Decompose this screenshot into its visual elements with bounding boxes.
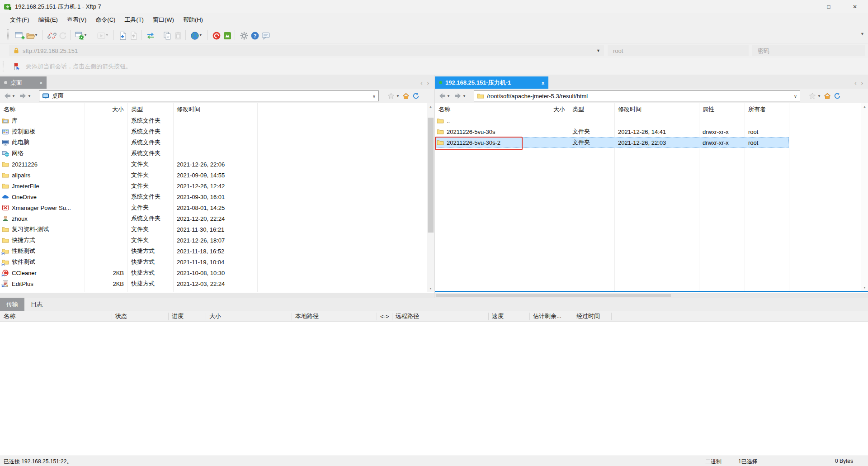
menu-item-1[interactable]: 编辑(E)	[34, 14, 62, 26]
minimize-button[interactable]: —	[789, 0, 816, 13]
transfer-tab-1[interactable]: 日志	[24, 298, 49, 311]
transfer-column-header-6[interactable]: 远程路径	[392, 311, 488, 321]
local-file-row[interactable]: 软件测试快捷方式2021-11-19, 10:04	[0, 257, 257, 267]
disconnect-button[interactable]	[46, 29, 57, 41]
remote-tab-session[interactable]: 192.168.25.151-压力机-1 x	[435, 76, 548, 89]
local-file-row[interactable]: 性能测试快捷方式2021-11-18, 16:52	[0, 246, 257, 257]
username-input[interactable]	[612, 47, 744, 55]
remote-path-caret-icon[interactable]: ∨	[794, 94, 797, 99]
local-home-button[interactable]	[402, 92, 410, 100]
remote-hscroll-thumb[interactable]	[436, 294, 671, 297]
local-path-combobox[interactable]: 桌面 ∨	[39, 90, 379, 101]
remote-favorites-button[interactable]: ▼	[809, 92, 821, 100]
remote-file-list[interactable]: ▲ ▼ 名称大小类型修改时间属性所有者..20211226-5vu-30s文件夹…	[435, 103, 868, 298]
local-file-row[interactable]: 网络系统文件夹	[0, 148, 257, 159]
transfer-column-header-2[interactable]: 进度	[168, 311, 206, 321]
local-tab-scroll-left-icon[interactable]: ‹	[418, 80, 425, 86]
close-button[interactable]: ✕	[842, 0, 868, 13]
local-refresh-button[interactable]	[412, 92, 420, 100]
local-horizontal-scrollbar[interactable]	[0, 293, 434, 298]
transfer-tab-0[interactable]: 传输	[0, 298, 24, 311]
toolbar-overflow-icon[interactable]: ▼	[860, 32, 864, 36]
host-dropdown-caret-icon[interactable]: ▼	[596, 48, 600, 53]
local-column-header-1[interactable]: 大小	[85, 105, 127, 114]
status-transfer-mode[interactable]: 二进制	[705, 458, 722, 466]
local-scroll-thumb[interactable]	[428, 118, 434, 233]
reconnect-button[interactable]	[57, 29, 67, 41]
transfer-column-header-0[interactable]: 名称	[0, 311, 112, 321]
menu-item-3[interactable]: 命令(C)	[91, 14, 120, 26]
remote-back-button[interactable]: ▼	[438, 92, 451, 100]
swap-panes-button[interactable]	[144, 29, 155, 41]
transfer-column-header-3[interactable]: 大小	[206, 311, 292, 321]
feedback-button[interactable]	[259, 29, 270, 41]
local-favorites-button[interactable]: ▼	[387, 92, 400, 100]
xshell-button[interactable]	[210, 29, 221, 41]
local-file-row[interactable]: 库系统文件夹	[0, 115, 257, 126]
download-file-button[interactable]	[117, 29, 127, 41]
scroll-down-icon[interactable]: ▼	[863, 284, 866, 291]
remote-horizontal-scrollbar[interactable]	[435, 293, 868, 298]
menu-item-5[interactable]: 窗口(W)	[148, 14, 179, 26]
remote-column-header-0[interactable]: 名称	[435, 105, 526, 114]
web-browser-button[interactable]: ▼	[189, 29, 204, 41]
transfer-column-header-9[interactable]: 经过时间	[573, 311, 611, 321]
copy-button[interactable]	[161, 29, 172, 41]
local-file-row[interactable]: allpairs文件夹2021-09-09, 14:55	[0, 170, 257, 181]
local-file-row[interactable]: zhoux系统文件夹2021-12-20, 22:24	[0, 213, 257, 224]
transfer-play-button[interactable]: ▼	[95, 29, 111, 41]
remote-path-combobox[interactable]: /root/soft/apache-jmeter-5.3/result/html…	[474, 90, 800, 101]
settings-button[interactable]	[238, 29, 249, 41]
transfer-list[interactable]	[0, 322, 868, 456]
local-file-row[interactable]: 此电脑系统文件夹	[0, 137, 257, 148]
local-back-button[interactable]: ▼	[3, 92, 16, 100]
local-forward-button[interactable]: ▼	[19, 92, 32, 100]
remote-vertical-scrollbar[interactable]: ▲ ▼	[861, 103, 868, 291]
transfer-column-header-1[interactable]: 状态	[112, 311, 168, 321]
dropdown-caret-icon[interactable]: ▼	[105, 33, 109, 37]
local-column-header-3[interactable]: 修改时间	[173, 105, 257, 114]
remote-refresh-button[interactable]	[834, 92, 841, 100]
remote-tab-scroll-right-icon[interactable]: ›	[859, 80, 865, 86]
remote-column-header-1[interactable]: 大小	[526, 105, 569, 114]
local-column-header-2[interactable]: 类型	[127, 105, 173, 114]
local-column-header-0[interactable]: 名称	[0, 105, 85, 114]
local-file-row[interactable]: OneDrive系统文件夹2021-09-30, 16:01	[0, 191, 257, 202]
remote-tab-close-icon[interactable]: x	[538, 80, 544, 86]
new-session-button[interactable]	[13, 29, 24, 41]
remote-column-header-2[interactable]: 类型	[569, 105, 614, 114]
dropdown-caret-icon[interactable]: ▼	[84, 33, 87, 37]
local-tab-scroll-right-icon[interactable]: ›	[425, 80, 431, 86]
host-address-combobox[interactable]: sftp://192.168.25.151 ▼	[9, 45, 604, 56]
local-file-row[interactable]: Xmanager Power Su...文件夹2021-08-01, 14:25	[0, 202, 257, 213]
remote-home-button[interactable]	[824, 92, 831, 100]
local-tab-close-icon[interactable]: ×	[36, 80, 42, 86]
remote-tab-scroll-left-icon[interactable]: ‹	[852, 80, 859, 86]
local-path-caret-icon[interactable]: ∨	[373, 94, 376, 99]
local-file-row[interactable]: CCleaner2KB快捷方式2021-10-08, 10:30	[0, 267, 257, 278]
scroll-up-icon[interactable]: ▲	[429, 103, 432, 110]
remote-file-row[interactable]: 20211226-5vu-30s文件夹2021-12-26, 14:41drwx…	[435, 126, 789, 137]
remote-column-header-5[interactable]: 所有者	[745, 105, 789, 114]
transfer-column-header-7[interactable]: 速度	[488, 311, 529, 321]
transfer-column-header-8[interactable]: 估计剩余...	[529, 311, 573, 321]
remote-file-row[interactable]: ..	[435, 115, 789, 126]
scroll-up-icon[interactable]: ▲	[863, 103, 866, 110]
help-button[interactable]: ?	[249, 29, 259, 41]
transfer-column-header-4[interactable]: 本地路径	[292, 311, 377, 321]
upload-file-button[interactable]	[127, 29, 138, 41]
xmanager-button[interactable]	[221, 29, 232, 41]
menu-item-0[interactable]: 文件(F)	[5, 14, 34, 26]
local-file-list[interactable]: ▲ ▼ 名称大小类型修改时间库系统文件夹控制面板系统文件夹此电脑系统文件夹网络系…	[0, 103, 434, 298]
open-folder-button[interactable]: ▼	[24, 29, 40, 41]
paste-button[interactable]	[172, 29, 183, 41]
local-file-row[interactable]: 复习资料-测试文件夹2021-11-30, 16:21	[0, 224, 257, 235]
maximize-button[interactable]: □	[816, 0, 842, 13]
local-tab-desktop[interactable]: 桌面 ×	[0, 76, 47, 89]
local-file-row[interactable]: 控制面板系统文件夹	[0, 126, 257, 137]
dropdown-caret-icon[interactable]: ▼	[34, 33, 38, 37]
transfer-column-header-5[interactable]: <->	[377, 311, 392, 321]
password-input[interactable]	[757, 47, 861, 55]
remote-column-header-3[interactable]: 修改时间	[614, 105, 699, 114]
local-file-row[interactable]: EditPlus2KB快捷方式2021-12-03, 22:24	[0, 278, 257, 289]
